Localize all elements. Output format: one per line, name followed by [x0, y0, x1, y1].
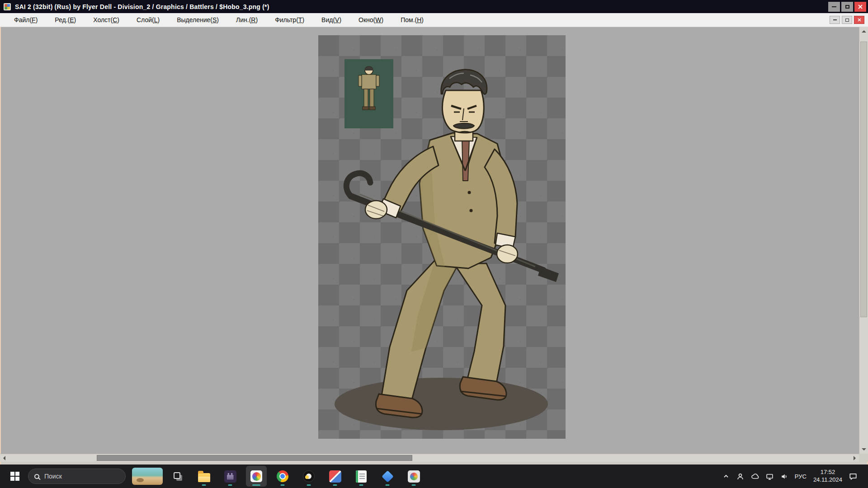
menu-item-label: H [417, 16, 421, 23]
screen: SAI 2 (32bit) (Rus) by Flyer Dell - Divi… [0, 0, 868, 488]
tray-date: 24.11.2024 [813, 476, 842, 484]
menu-item-label: ) [339, 16, 341, 23]
close-icon [858, 5, 863, 9]
document-close-button[interactable] [854, 16, 864, 24]
vertical-scrollbar[interactable] [859, 27, 868, 454]
design-app-button[interactable] [325, 466, 345, 487]
minimize-button[interactable] [828, 2, 840, 12]
running-indicator [386, 484, 390, 486]
title-bar: SAI 2 (32bit) (Rus) by Flyer Dell - Divi… [0, 0, 868, 13]
image-canvas[interactable] [318, 35, 566, 439]
notes-app-icon [356, 470, 367, 483]
file-explorer-icon [198, 473, 210, 482]
running-indicator [412, 484, 416, 486]
menu-item-file[interactable]: Файл(F) [5, 16, 46, 23]
menu-item-label: ) [302, 16, 304, 23]
language-indicator[interactable]: РУС [795, 473, 807, 480]
cloud-icon[interactable] [751, 473, 759, 480]
arrow-right-icon [854, 456, 858, 460]
start-button[interactable] [5, 466, 25, 487]
notification-icon[interactable] [849, 472, 857, 480]
maximize-button[interactable] [841, 2, 853, 12]
menu-item-view[interactable]: Вид(V) [313, 16, 350, 23]
notes-app-button[interactable] [351, 466, 372, 487]
system-tray: РУС 17:52 24.11.2024 [722, 469, 863, 484]
horizontal-scroll-thumb[interactable] [97, 455, 412, 461]
running-indicator [333, 484, 337, 486]
yandex-app-icon [303, 470, 315, 482]
preview-thumbnail [344, 59, 393, 128]
running-indicator [307, 484, 311, 486]
drop-shadow [335, 378, 548, 430]
tray-clock[interactable]: 17:52 24.11.2024 [813, 469, 842, 484]
menu-item-label: Пом.( [401, 16, 417, 23]
document-restore-button[interactable] [842, 16, 852, 24]
canvas-viewport[interactable] [0, 27, 859, 454]
scroll-down-button[interactable] [859, 446, 868, 454]
menu-item-label: ) [255, 16, 258, 23]
vertical-scroll-thumb[interactable] [860, 42, 867, 317]
yandex-app-button[interactable] [298, 466, 319, 487]
display-icon[interactable] [766, 473, 774, 480]
menu-item-label: Слой( [137, 16, 154, 23]
menu-item-filter[interactable]: Фильтр(T) [266, 16, 313, 23]
arrow-down-icon [862, 448, 866, 453]
menu-item-label: W [375, 16, 381, 23]
restore-icon [845, 19, 849, 22]
chrome-button[interactable] [272, 466, 293, 487]
game-app-icon [224, 470, 236, 483]
window-frame-left [0, 27, 1, 465]
close-button[interactable] [854, 2, 866, 12]
artwork-character [318, 35, 566, 439]
paint-app-button[interactable] [403, 466, 424, 487]
arrow-up-icon [862, 28, 866, 33]
volume-icon[interactable] [780, 473, 788, 480]
taskbar-apps [167, 466, 424, 487]
task-view-button[interactable] [167, 466, 188, 487]
scroll-right-button[interactable] [851, 454, 859, 462]
menu-item-label: ) [421, 16, 424, 23]
scroll-up-button[interactable] [859, 27, 868, 35]
game-app-button[interactable] [220, 466, 241, 487]
close-icon [858, 18, 861, 22]
person-icon[interactable] [736, 473, 744, 480]
design-app-icon [329, 470, 341, 483]
scroll-left-button[interactable] [0, 454, 8, 462]
vertical-scroll-track[interactable] [859, 35, 868, 446]
menu-item-canvas[interactable]: Холст(C) [85, 16, 128, 23]
menu-item-edit[interactable]: Ред.(E) [46, 16, 85, 23]
taskbar-search[interactable] [28, 469, 126, 484]
search-input[interactable] [43, 472, 111, 480]
window-title: SAI 2 (32bit) (Rus) by Flyer Dell - Divi… [15, 3, 269, 10]
diamond-app-button[interactable] [377, 466, 398, 487]
document-minimize-button[interactable] [830, 16, 840, 24]
menu-item-line[interactable]: Лин.(R) [227, 16, 266, 23]
menu-item-label: Файл( [14, 16, 32, 23]
menu-item-help[interactable]: Пом.(H) [392, 16, 432, 23]
menu-item-label: F [32, 16, 36, 23]
menu-item-selection[interactable]: Выделение(S) [168, 16, 227, 23]
menu-item-label: Вид( [321, 16, 335, 23]
sai-app-button[interactable] [246, 466, 267, 487]
running-indicator [202, 484, 206, 486]
menu-item-window[interactable]: Окно(W) [350, 16, 392, 23]
chevron-up-icon[interactable] [722, 473, 730, 480]
menu-item-label: ) [36, 16, 38, 23]
menu-item-label: ) [74, 16, 76, 23]
taskbar: РУС 17:52 24.11.2024 [0, 465, 868, 488]
scrollbar-corner [859, 454, 868, 462]
running-indicator [359, 484, 363, 486]
maximize-icon [845, 5, 849, 9]
menu-item-label: V [335, 16, 339, 23]
menu-item-label: C [113, 16, 117, 23]
menu-item-layer[interactable]: Слой(L) [128, 16, 168, 23]
weather-widget-icon[interactable] [132, 468, 163, 485]
menu-item-label: Выделение( [177, 16, 212, 23]
menu-item-label: ) [217, 16, 219, 23]
file-explorer-button[interactable] [193, 466, 214, 487]
task-view-icon [174, 472, 180, 479]
horizontal-scrollbar[interactable] [0, 454, 859, 462]
minimize-icon [832, 6, 836, 7]
menu-item-label: Ред.( [55, 16, 70, 23]
document-window-controls [830, 16, 868, 24]
